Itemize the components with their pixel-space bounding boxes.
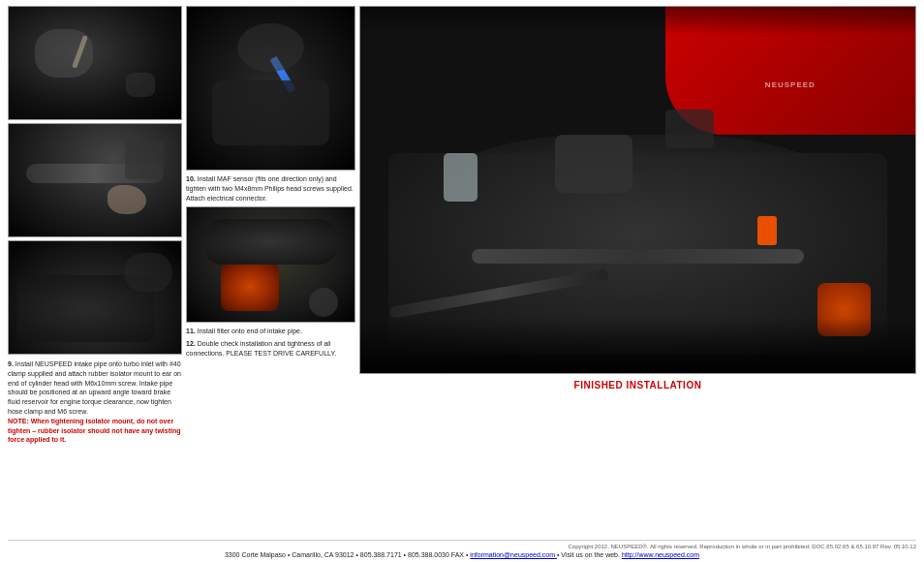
footer-copyright: Copyright 2012, NEUSPEED®. All rights re… <box>8 544 916 549</box>
footer-email-label: information@neuspeed.com <box>470 551 555 558</box>
img-mid-top <box>186 6 355 171</box>
step-12-text: 12. Double check installation and tightn… <box>186 339 355 359</box>
main-content: 9. Install NEUSPEED intake pipe onto tur… <box>8 6 916 536</box>
footer: Copyright 2012, NEUSPEED®. All rights re… <box>8 540 916 558</box>
page-wrapper: 9. Install NEUSPEED intake pipe onto tur… <box>0 0 924 562</box>
footer-address: 3300 Corte Malpaso • Camarillo, CA 93012… <box>225 551 468 558</box>
finished-installation-label: FINISHED INSTALLATION <box>574 380 702 390</box>
img-finished: NEUSPEED <box>359 6 916 374</box>
right-column: NEUSPEED FINISHED INSTAL <box>359 6 916 536</box>
footer-website-intro: • Visit us on the web. <box>557 551 620 558</box>
img-left-3 <box>8 240 182 355</box>
footer-contact: 3300 Corte Malpaso • Camarillo, CA 93012… <box>8 551 916 558</box>
footer-website-label: http://www.neuspeed.com <box>622 551 699 558</box>
footer-website-link[interactable]: http://www.neuspeed.com <box>622 551 699 558</box>
left-column: 9. Install NEUSPEED intake pipe onto tur… <box>8 6 182 536</box>
step-10-text: 10. Install MAF sensor (fits one directi… <box>186 174 355 203</box>
footer-email-link[interactable]: information@neuspeed.com <box>470 551 557 558</box>
step-9-text: 9. Install NEUSPEED intake pipe onto tur… <box>8 358 182 447</box>
img-left-1 <box>8 6 182 120</box>
neuspeed-badge: NEUSPEED <box>765 80 816 89</box>
img-left-2 <box>8 123 182 237</box>
img-mid-bot <box>186 206 355 323</box>
mid-column: 10. Install MAF sensor (fits one directi… <box>186 6 355 536</box>
step-11-text: 11. Install filter onto end of intake pi… <box>186 327 355 336</box>
